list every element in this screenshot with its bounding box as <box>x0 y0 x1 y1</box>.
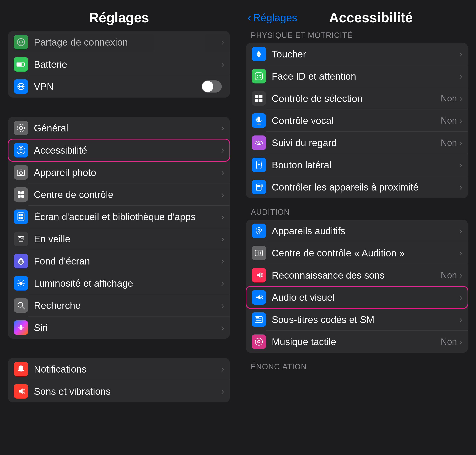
settings-row-vpn[interactable]: VPN <box>8 75 230 98</box>
svg-rect-20 <box>21 217 23 219</box>
audio-visuel-label: Audio et visuel <box>272 292 459 303</box>
svg-rect-47 <box>255 95 258 98</box>
settings-row-notifications[interactable]: Notifications › <box>8 358 230 380</box>
centre-audition-label: Centre de contrôle « Audition » <box>272 248 459 259</box>
settings-row-batterie[interactable]: Batterie › <box>8 53 230 75</box>
left-middle-group: Général › Accessibilité › <box>8 117 230 339</box>
svg-rect-3 <box>17 63 22 66</box>
row-faceid[interactable]: Face ID et attention › <box>246 65 468 87</box>
centre-audition-icon <box>252 246 266 260</box>
faceid-chevron: › <box>459 71 462 81</box>
svg-rect-17 <box>18 214 21 216</box>
partage-label: Partage de connexion <box>34 37 221 48</box>
settings-row-sons[interactable]: Sons et vibrations › <box>8 380 230 402</box>
settings-row-partage[interactable]: Partage de connexion › <box>8 31 230 53</box>
settings-row-fond[interactable]: Fond d'écran › <box>8 250 230 272</box>
vpn-label: VPN <box>34 81 202 92</box>
row-musique-tactile[interactable]: Musique tactile Non › <box>246 331 468 353</box>
svg-rect-16 <box>18 213 24 221</box>
general-label: Général <box>34 122 221 134</box>
recherche-chevron: › <box>221 300 224 310</box>
settings-row-recherche[interactable]: Recherche › <box>8 294 230 317</box>
settings-row-accessibilite[interactable]: Accessibilité › <box>8 139 230 161</box>
back-button[interactable]: ‹ Réglages <box>247 11 297 24</box>
row-sous-titres[interactable]: Sous-titres codés et SM › <box>246 309 468 331</box>
controle-selection-icon <box>252 91 266 106</box>
audition-card: Appareils auditifs › Centre de contrôle … <box>246 220 468 353</box>
svg-line-32 <box>23 285 24 286</box>
row-controle-vocal[interactable]: Contrôle vocal Non › <box>246 109 468 132</box>
vpn-toggle[interactable] <box>202 81 222 93</box>
svg-line-33 <box>23 281 24 281</box>
svg-point-9 <box>20 147 22 149</box>
row-bouton-lateral[interactable]: Bouton latéral › <box>246 154 468 176</box>
recherche-icon <box>14 298 28 313</box>
settings-row-siri[interactable]: Siri › <box>8 317 230 339</box>
sons-icon <box>14 384 28 398</box>
accessibilite-icon <box>14 143 28 157</box>
section-audition: AUDITION Appareils auditifs › <box>246 208 468 353</box>
svg-point-7 <box>17 124 24 132</box>
luminosite-chevron: › <box>221 278 224 288</box>
left-top-group: Partage de connexion › Batterie › <box>8 31 230 98</box>
partage-icon <box>14 35 28 49</box>
row-appareils-auditifs[interactable]: Appareils auditifs › <box>246 220 468 242</box>
toucher-icon <box>252 47 266 61</box>
row-audio-visuel[interactable]: Audio et visuel › <box>246 286 468 309</box>
notifications-label: Notifications <box>34 364 221 375</box>
svg-rect-51 <box>257 116 260 121</box>
physique-card: Toucher › Face ID et attention <box>246 43 468 198</box>
row-toucher[interactable]: Toucher › <box>246 43 468 65</box>
settings-row-general[interactable]: Général › <box>8 117 230 139</box>
batterie-icon <box>14 57 28 72</box>
row-controler-appareils[interactable]: Contrôler les appareils à proximité › <box>246 176 468 198</box>
vpn-icon <box>14 79 28 94</box>
settings-row-luminosite[interactable]: Luminosité et affichage › <box>8 272 230 294</box>
svg-point-39 <box>20 327 22 328</box>
ecran-label: Écran d'accueil et bibliothèque d'apps <box>34 211 221 222</box>
siri-icon <box>14 320 28 335</box>
settings-row-veille[interactable]: En veille › <box>8 228 230 250</box>
svg-point-59 <box>259 142 260 143</box>
settings-row-photo[interactable]: Appareil photo › <box>8 161 230 183</box>
left-bottom-group: Notifications › Sons et vibrations › <box>8 358 230 402</box>
controle-selection-value: Non <box>441 93 457 103</box>
svg-rect-18 <box>21 214 23 216</box>
left-panel: Réglages Partage de connexion › <box>0 0 238 455</box>
appareils-auditifs-chevron: › <box>459 226 462 236</box>
svg-rect-64 <box>256 184 261 191</box>
faceid-icon <box>252 69 266 83</box>
left-bottom-card: Notifications › Sons et vibrations › <box>8 358 230 402</box>
left-header: Réglages <box>0 0 238 31</box>
svg-line-54 <box>256 118 257 119</box>
svg-point-82 <box>258 341 260 342</box>
svg-rect-12 <box>18 191 21 194</box>
settings-row-centre[interactable]: Centre de contrôle › <box>8 183 230 206</box>
partage-chevron: › <box>221 37 224 47</box>
suivi-regard-value: Non <box>441 138 457 148</box>
vpn-toggle-knob <box>202 81 213 92</box>
controler-appareils-chevron: › <box>459 182 462 192</box>
fond-icon <box>14 254 28 268</box>
row-centre-audition[interactable]: Centre de contrôle « Audition » › <box>246 242 468 264</box>
svg-rect-14 <box>18 195 21 198</box>
batterie-label: Batterie <box>34 59 221 70</box>
musique-tactile-value: Non <box>441 337 457 347</box>
controle-selection-label: Contrôle de sélection <box>272 93 441 104</box>
svg-point-6 <box>19 126 23 130</box>
general-icon <box>14 121 28 135</box>
controle-vocal-icon <box>252 113 266 128</box>
centre-chevron: › <box>221 189 224 200</box>
toucher-label: Toucher <box>272 49 459 60</box>
right-title: Accessibilité <box>300 10 466 25</box>
left-top-card: Partage de connexion › Batterie › <box>8 31 230 98</box>
row-reconnaissance-sons[interactable]: Reconnaissance des sons Non › <box>246 264 468 286</box>
sous-titres-icon <box>252 312 266 327</box>
svg-rect-50 <box>259 99 262 102</box>
appareils-auditifs-label: Appareils auditifs <box>272 225 459 236</box>
settings-row-ecran[interactable]: Écran d'accueil et bibliothèque d'apps › <box>8 206 230 228</box>
row-controle-selection[interactable]: Contrôle de sélection Non › <box>246 87 468 109</box>
row-suivi-regard[interactable]: Suivi du regard Non › <box>246 132 468 154</box>
sons-chevron: › <box>221 386 224 396</box>
svg-rect-22 <box>19 237 21 238</box>
